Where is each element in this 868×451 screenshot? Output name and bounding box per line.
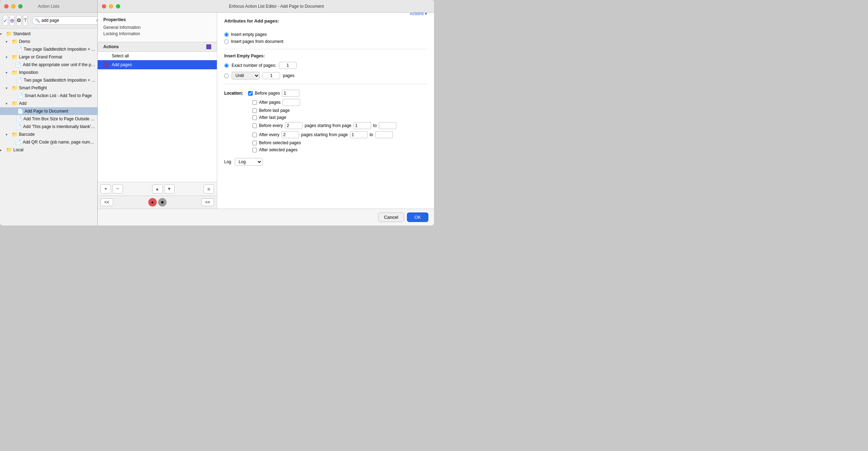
folder-icon-add: 📁 [11,100,18,107]
before-last-checkbox[interactable] [252,108,257,113]
folder-icon-imposition: 📁 [11,69,18,76]
add-action-button[interactable]: ✦ [101,184,111,193]
tree-toggle-standard[interactable]: ▾ [0,32,6,36]
tree-toggle-barcode[interactable]: ▾ [6,133,11,136]
before-pages-input[interactable] [282,90,299,97]
left-panel: Action Lists ✓ ⊕ ⚙ ⊤ 🔍 ✕ ⚙▾ ▾📁Standard▾📁… [0,0,98,226]
tree-label-two-page-saddle2: Two page Saddlestitch Imposition + Color… [24,78,96,83]
search-box[interactable]: 🔍 ✕ [32,17,98,25]
tree-item-add[interactable]: ▾📁Add [0,100,97,107]
after-pages-input[interactable] [283,99,300,106]
before-pages-checkbox[interactable] [248,91,253,96]
tree-item-large-format[interactable]: ▾📁Large or Grand Format [0,53,97,61]
after-pages-checkbox[interactable] [252,100,257,105]
tree-toggle-large-format[interactable]: ▾ [6,55,11,59]
until-radio[interactable] [224,74,229,78]
until-select[interactable]: Until [232,72,260,80]
cancel-button[interactable]: Cancel [378,212,404,222]
tree-toggle-imposition[interactable]: ▾ [6,71,11,75]
action-item-0[interactable]: Select all [98,52,217,60]
attributes-title: Attributes for Add pages: [224,18,279,24]
general-info-link[interactable]: General Information [103,25,211,30]
record-button[interactable]: ● [148,198,157,207]
insert-from-doc-radio[interactable] [224,39,229,44]
tree-container: ▾📁Standard▾📁Demo📄Two page Saddlestitch I… [0,28,97,226]
before-every-to-input[interactable] [379,122,396,129]
stop-button[interactable]: ■ [158,198,167,207]
before-every-input[interactable] [285,122,303,129]
before-every-checkbox[interactable] [252,123,257,128]
tree-item-standard[interactable]: ▾📁Standard [0,30,97,38]
editor-minimize[interactable] [109,4,113,8]
tree-item-add-qr[interactable]: 📄Add QR Code (job name, page number) out… [0,138,97,146]
before-last-label: Before last page [259,108,290,113]
tree-item-local[interactable]: ▸📁Local [0,146,97,154]
search-input[interactable] [41,18,94,23]
tree-toggle-demo[interactable]: ▾ [6,40,11,44]
exact-number-input[interactable] [279,62,297,69]
separator-1 [224,49,427,49]
remove-action-button[interactable]: − [112,184,123,193]
tree-label-smart-preflight: Smart Preflight [19,85,47,90]
action-item-1[interactable]: Add pages [98,60,217,69]
log-select[interactable]: Log None Warning Error [235,158,263,166]
close-button[interactable] [4,4,8,8]
after-selected-row: After selected pages [224,147,427,152]
gear-button[interactable]: ⚙ [16,15,21,26]
tree-item-two-page-saddle1[interactable]: 📄Two page Saddlestitch Imposition + Colo… [0,45,97,53]
before-selected-checkbox[interactable] [252,141,257,145]
grid-view-button[interactable]: ⊞ [203,184,214,193]
tree-label-add-trim: Add Trim Box Size to Page Outside the Bl… [23,116,96,121]
tree-toggle-smart-preflight[interactable]: ▾ [6,86,11,90]
tree-item-add-user-unit[interactable]: 📄Add the appropriate user unit if the pa… [0,61,97,69]
before-selected-label: Before selected pages [259,140,301,145]
tree-item-add-trim[interactable]: 📄Add Trim Box Size to Page Outside the B… [0,115,97,123]
right-panel: Enfocus Action List Editor - Add Page to… [98,0,434,226]
footer-prev-button[interactable]: << [101,198,113,206]
tree-item-imposition[interactable]: ▾📁Imposition [0,69,97,76]
minimize-button[interactable] [11,4,15,8]
file-icon-add-trim: 📄 [15,116,22,122]
maximize-button[interactable] [18,4,22,8]
tree-item-add-page-doc[interactable]: 📄Add Page to Document [0,107,97,115]
separator-2 [224,84,427,84]
footer-next-button[interactable]: << [201,198,214,206]
properties-section: Properties General Information Locking I… [98,13,217,42]
tree-item-demo[interactable]: ▾📁Demo [0,38,97,45]
tree-item-two-page-saddle2[interactable]: 📄Two page Saddlestitch Imposition + Colo… [0,76,97,84]
tree-item-barcode[interactable]: ▾📁Barcode [0,131,97,138]
tree-toggle-add[interactable]: ▾ [6,102,11,106]
after-every-to-input[interactable] [375,131,393,138]
after-selected-checkbox[interactable] [252,148,257,152]
filter-button[interactable]: ⊤ [23,15,28,26]
tree-toggle-local[interactable]: ▸ [0,148,6,152]
before-last-row: Before last page [224,108,427,113]
after-every-from-input[interactable] [350,131,368,138]
move-down-button[interactable]: ▼ [164,184,175,193]
locking-info-link[interactable]: Locking Information [103,31,211,36]
globe-button[interactable]: ⊕ [9,15,15,26]
attributes-actions-link[interactable]: Actions ▾ [410,13,427,16]
exact-number-row: Exact number of pages: [224,62,427,69]
editor-maximize[interactable] [116,4,120,8]
after-every-input[interactable] [281,131,299,138]
tree-item-smart-action[interactable]: 📄Smart Action List - Add Text to Page [0,92,97,100]
ok-button[interactable]: OK [407,212,428,222]
after-every-checkbox[interactable] [252,133,257,137]
editor-close[interactable] [102,4,106,8]
exact-number-radio[interactable] [224,63,229,68]
insert-empty-radio[interactable] [224,32,229,37]
action-label-0: Select all [112,53,129,58]
action-dot-1 [103,62,109,68]
after-last-checkbox[interactable] [252,115,257,120]
tree-item-add-blank[interactable]: 📄Add 'This page is intentionally blank' … [0,123,97,131]
before-every-from-input[interactable] [354,122,371,129]
editor-titlebar: Enfocus Action List Editor - Add Page to… [98,0,434,13]
tree-item-smart-preflight[interactable]: ▾📁Smart Preflight [0,84,97,92]
move-up-button[interactable]: ▲ [152,184,163,193]
before-every-label: Before every [259,123,283,128]
folder-icon-large-format: 📁 [11,54,18,60]
until-input[interactable] [263,72,280,79]
properties-title: Properties [103,17,211,22]
check-button[interactable]: ✓ [3,15,8,26]
